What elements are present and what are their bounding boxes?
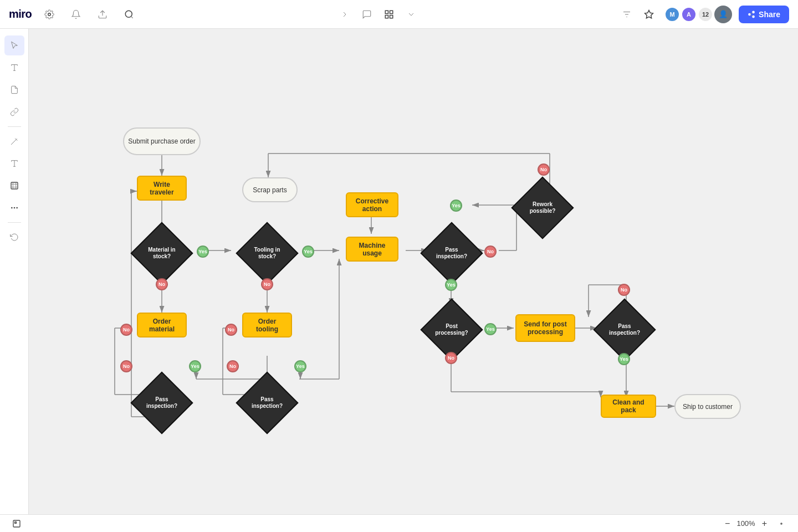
avatar-2: A [681, 7, 697, 22]
text-tool[interactable] [4, 58, 24, 78]
pass-inspection-3-label: Pass inspection? [432, 247, 472, 260]
pass1-no-circle: No [120, 360, 132, 372]
tooling-in-stock-diamond[interactable]: Tooling in stock? [242, 228, 292, 278]
pass1-yes-circle: Yes [189, 360, 201, 372]
comments-button[interactable] [357, 4, 377, 24]
post-yes-circle: Yes [484, 323, 497, 335]
rework-no-circle: No [538, 163, 550, 176]
zoom-in-button[interactable]: + [760, 519, 769, 529]
svg-point-29 [16, 207, 18, 209]
write-traveler-label: Write traveler [142, 181, 181, 196]
frame-tool[interactable] [4, 176, 24, 196]
sidebar-divider-1 [8, 126, 21, 127]
pass-inspection-4-label: Pass inspection? [605, 323, 644, 336]
canvas[interactable]: Submit purchase order Write traveler Scr… [29, 29, 798, 514]
corrective-action-label: Corrective action [351, 197, 393, 213]
svg-rect-5 [390, 11, 393, 13]
send-post-processing-node[interactable]: Send for post processing [515, 314, 575, 342]
search-button[interactable] [120, 6, 138, 23]
toolbar-right: M A 12 👤 Share [618, 6, 789, 23]
corrective-action-node[interactable]: Corrective action [346, 192, 398, 217]
svg-rect-6 [385, 15, 388, 18]
filter-button[interactable] [618, 6, 636, 23]
svg-point-14 [753, 16, 755, 18]
pass-inspection-2-diamond[interactable]: Pass inspection? [242, 378, 292, 428]
link-tool[interactable] [4, 102, 24, 122]
more-tool[interactable] [4, 198, 24, 218]
svg-rect-22 [11, 182, 18, 189]
write-traveler-node[interactable]: Write traveler [137, 176, 187, 201]
clean-and-pack-node[interactable]: Clean and pack [601, 395, 656, 418]
rework-yes-circle: Yes [450, 200, 462, 212]
undo-tool[interactable] [4, 227, 24, 247]
select-tool[interactable] [4, 35, 24, 55]
submit-purchase-order-label: Submit purchase order [128, 137, 195, 145]
post-no-circle: No [445, 352, 457, 364]
post-processing-label: Post processing? [432, 323, 472, 336]
svg-rect-7 [390, 15, 393, 18]
bottom-left [9, 516, 24, 531]
svg-point-32 [781, 523, 782, 524]
clean-and-pack-label: Clean and pack [606, 398, 651, 414]
pass-inspection-1-diamond[interactable]: Pass inspection? [137, 378, 187, 428]
ship-to-customer-node[interactable]: Ship to customer [674, 394, 741, 419]
order-tooling-label: Order tooling [248, 318, 287, 333]
pass-inspection-1-label: Pass inspection? [142, 396, 182, 410]
avatar-group: M A 12 👤 [664, 6, 732, 23]
order-tooling-node[interactable]: Order tooling [242, 313, 292, 337]
rework-possible-diamond[interactable]: Rework possible? [518, 183, 567, 233]
text2-tool[interactable] [4, 154, 24, 173]
scrap-parts-label: Scrap parts [253, 186, 287, 194]
bottom-bar: − 100% + [0, 514, 798, 532]
dropdown-button[interactable] [401, 4, 421, 24]
svg-point-0 [48, 13, 51, 16]
svg-point-28 [13, 207, 15, 209]
pass2-yes-circle: Yes [294, 360, 306, 372]
magic-button[interactable] [640, 6, 658, 23]
bottom-right: − 100% + [723, 516, 789, 531]
pass4-no-circle: No [618, 284, 630, 296]
tooling-yes-circle: Yes [302, 245, 314, 258]
pass4-yes-circle: Yes [618, 353, 630, 365]
svg-marker-11 [645, 10, 653, 18]
pass-inspection-3-diamond[interactable]: Pass inspection? [427, 228, 477, 278]
pass-inspection-4-diamond[interactable]: Pass inspection? [600, 305, 649, 355]
fit-button[interactable] [774, 516, 789, 531]
machine-usage-node[interactable]: Machine usage [346, 237, 398, 262]
left-sidebar [0, 29, 29, 514]
top-toolbar: miro M [0, 0, 798, 29]
grid-button[interactable] [379, 4, 399, 24]
pen-tool[interactable] [4, 131, 24, 151]
svg-point-12 [753, 11, 755, 13]
center-btn-1[interactable] [335, 4, 355, 24]
post-processing-diamond[interactable]: Post processing? [427, 305, 477, 355]
material-in-stock-diamond[interactable]: Material in stock? [137, 228, 187, 278]
minimap-button[interactable] [9, 516, 24, 531]
ship-to-customer-label: Ship to customer [683, 403, 733, 411]
svg-rect-31 [15, 521, 17, 523]
avatar-me: 👤 [714, 6, 732, 23]
settings-button[interactable] [40, 6, 58, 23]
canvas-inner: Submit purchase order Write traveler Scr… [29, 29, 749, 514]
order-material-label: Order material [142, 318, 181, 333]
zoom-out-button[interactable]: − [723, 519, 732, 529]
submit-purchase-order-node[interactable]: Submit purchase order [123, 127, 201, 155]
pass3-yes-circle: Yes [445, 279, 457, 291]
rework-possible-label: Rework possible? [523, 201, 562, 214]
sticky-tool[interactable] [4, 80, 24, 100]
pass-inspection-2-label: Pass inspection? [247, 396, 287, 410]
upload-button[interactable] [94, 6, 111, 23]
order-material-node[interactable]: Order material [137, 313, 187, 337]
svg-point-13 [749, 13, 751, 16]
material-in-stock-label: Material in stock? [142, 247, 182, 260]
material-yes-circle: Yes [197, 245, 209, 258]
avatar-1: M [664, 7, 680, 22]
share-button[interactable]: Share [739, 6, 789, 23]
scrap-parts-node[interactable]: Scrap parts [242, 177, 298, 202]
notifications-button[interactable] [67, 6, 85, 23]
share-label: Share [759, 10, 780, 19]
svg-line-3 [131, 16, 133, 18]
svg-point-27 [11, 207, 13, 209]
toolbar-center [335, 4, 421, 24]
svg-rect-4 [385, 11, 388, 13]
